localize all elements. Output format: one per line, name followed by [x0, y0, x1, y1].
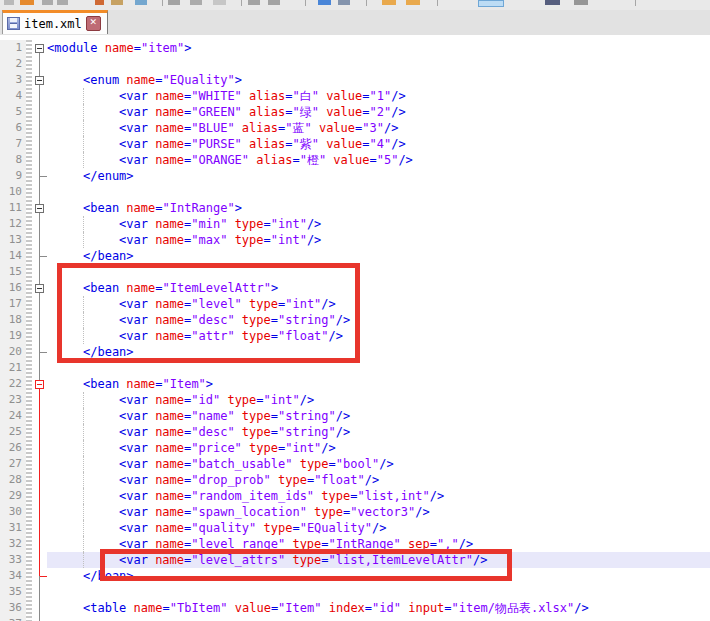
- code-line[interactable]: 24<var name="name" type="string"/>: [0, 408, 710, 424]
- toolbar-button-fragment[interactable]: [42, 0, 53, 5]
- toolbar-button-fragment[interactable]: [478, 0, 504, 7]
- line-number: 16: [0, 280, 26, 296]
- code-line[interactable]: 33<var name="level_attrs" type="list,Ite…: [0, 552, 710, 568]
- code-line[interactable]: 37: [0, 616, 710, 621]
- code-text: <var name="ORANGE" alias="橙" value="5"/>: [47, 152, 710, 168]
- code-editor[interactable]: 1<module name="item">23<enum name="EQual…: [0, 35, 710, 621]
- code-line[interactable]: 19<var name="attr" type="float"/>: [0, 328, 710, 344]
- code-text: <bean name="Item">: [47, 376, 710, 392]
- toolbar-button-fragment[interactable]: [4, 0, 14, 5]
- code-line[interactable]: 20</bean>: [0, 344, 710, 360]
- fold-toggle-icon[interactable]: [35, 76, 44, 85]
- toolbar-button-fragment[interactable]: [406, 0, 420, 5]
- fold-margin: [32, 232, 47, 248]
- code-line[interactable]: 36<table name="TbItem" value="Item" inde…: [0, 600, 710, 616]
- code-line[interactable]: 11<bean name="IntRange">: [0, 200, 710, 216]
- code-line[interactable]: 35: [0, 584, 710, 600]
- code-line[interactable]: 28<var name="drop_prob" type="float"/>: [0, 472, 710, 488]
- line-number: 17: [0, 296, 26, 312]
- code-line[interactable]: 8<var name="ORANGE" alias="橙" value="5"/…: [0, 152, 710, 168]
- line-number: 5: [0, 104, 26, 120]
- code-line[interactable]: 7<var name="PURSE" alias="紫" value="4"/>: [0, 136, 710, 152]
- code-line[interactable]: 23<var name="id" type="int"/>: [0, 392, 710, 408]
- code-line[interactable]: 9</enum>: [0, 168, 710, 184]
- code-line[interactable]: 14</bean>: [0, 248, 710, 264]
- toolbar-button-fragment[interactable]: [213, 0, 226, 5]
- code-line[interactable]: 13<var name="max" type="int"/>: [0, 232, 710, 248]
- toolbar-button-fragment[interactable]: [338, 0, 350, 5]
- code-line[interactable]: 29<var name="random_item_ids" type="list…: [0, 488, 710, 504]
- fold-margin: [32, 584, 47, 600]
- code-text: <var name="batch_usable" type="bool"/>: [47, 456, 710, 472]
- code-line[interactable]: 30<var name="spawn_location" type="vecto…: [0, 504, 710, 520]
- toolbar-button-fragment[interactable]: [382, 0, 396, 5]
- fold-margin: [32, 216, 47, 232]
- line-number: 2: [0, 56, 26, 72]
- toolbar-button-fragment[interactable]: [190, 0, 202, 5]
- code-line[interactable]: 17<var name="level" type="int"/>: [0, 296, 710, 312]
- code-text: </enum>: [47, 168, 710, 184]
- toolbar-button-fragment[interactable]: [168, 0, 180, 5]
- code-text: <var name="min" type="int"/>: [47, 216, 710, 232]
- code-line[interactable]: 32<var name="level_range" type="IntRange…: [0, 536, 710, 552]
- code-line[interactable]: 1<module name="item">: [0, 40, 710, 56]
- code-line[interactable]: 5<var name="GREEN" alias="绿" value="2"/>: [0, 104, 710, 120]
- code-text: <var name="level_attrs" type="list,ItemL…: [47, 552, 710, 568]
- toolbar-separator: [162, 0, 163, 6]
- fold-margin: [32, 104, 47, 120]
- code-line[interactable]: 21: [0, 360, 710, 376]
- code-line[interactable]: 6<var name="BLUE" alias="蓝" value="3"/>: [0, 120, 710, 136]
- code-line[interactable]: 4<var name="WHITE" alias="白" value="1"/>: [0, 88, 710, 104]
- code-line[interactable]: 22<bean name="Item">: [0, 376, 710, 392]
- fold-toggle-icon[interactable]: [35, 284, 44, 293]
- toolbar-button-fragment[interactable]: [248, 0, 260, 5]
- code-line[interactable]: 2: [0, 56, 710, 72]
- code-line[interactable]: 31<var name="quality" type="EQuality"/>: [0, 520, 710, 536]
- code-line[interactable]: 27<var name="batch_usable" type="bool"/>: [0, 456, 710, 472]
- code-line[interactable]: 34</bean>: [0, 568, 710, 584]
- code-text: <var name="name" type="string"/>: [47, 408, 710, 424]
- tab-item-xml[interactable]: item.xml ✕: [2, 10, 108, 34]
- indent-guide: [83, 104, 84, 120]
- toolbar-button-fragment[interactable]: [574, 0, 588, 5]
- line-number: 1: [0, 40, 26, 56]
- code-line[interactable]: 26<var name="price" type="int"/>: [0, 440, 710, 456]
- code-text: [47, 584, 710, 600]
- line-number: 23: [0, 392, 26, 408]
- fold-margin: [32, 56, 47, 72]
- code-line[interactable]: 3<enum name="EQuality">: [0, 72, 710, 88]
- fold-toggle-icon[interactable]: [35, 44, 44, 53]
- code-text: <var name="PURSE" alias="紫" value="4"/>: [47, 136, 710, 152]
- code-text: [47, 264, 710, 280]
- code-line[interactable]: 12<var name="min" type="int"/>: [0, 216, 710, 232]
- toolbar-button-fragment[interactable]: [111, 0, 123, 5]
- fold-margin: [32, 152, 47, 168]
- fold-margin: [32, 120, 47, 136]
- line-number: 12: [0, 216, 26, 232]
- toolbar-button-fragment[interactable]: [318, 0, 331, 5]
- line-number: 6: [0, 120, 26, 136]
- fold-margin: [32, 504, 47, 520]
- code-line[interactable]: 10: [0, 184, 710, 200]
- fold-toggle-icon-active[interactable]: [35, 380, 44, 389]
- code-line[interactable]: 25<var name="desc" type="string"/>: [0, 424, 710, 440]
- code-line[interactable]: 18<var name="desc" type="string"/>: [0, 312, 710, 328]
- fold-margin: [32, 616, 47, 621]
- indent-guide: [83, 536, 84, 552]
- close-tab-icon[interactable]: ✕: [86, 16, 101, 31]
- toolbar-button-fragment[interactable]: [268, 0, 280, 5]
- fold-toggle-icon[interactable]: [35, 204, 44, 213]
- line-number: 29: [0, 488, 26, 504]
- toolbar-button-fragment[interactable]: [20, 0, 34, 5]
- code-line[interactable]: 16<bean name="ItemLevelAttr">: [0, 280, 710, 296]
- toolbar-button-fragment[interactable]: [95, 0, 104, 5]
- code-text: [47, 56, 710, 72]
- fold-margin: [32, 184, 47, 200]
- line-number: 30: [0, 504, 26, 520]
- code-text: <var name="quality" type="EQuality"/>: [47, 520, 710, 536]
- toolbar-button-fragment[interactable]: [57, 0, 68, 5]
- line-number: 18: [0, 312, 26, 328]
- toolbar-button-fragment[interactable]: [545, 0, 560, 5]
- code-line[interactable]: 15: [0, 264, 710, 280]
- toolbar-button-fragment[interactable]: [135, 0, 147, 5]
